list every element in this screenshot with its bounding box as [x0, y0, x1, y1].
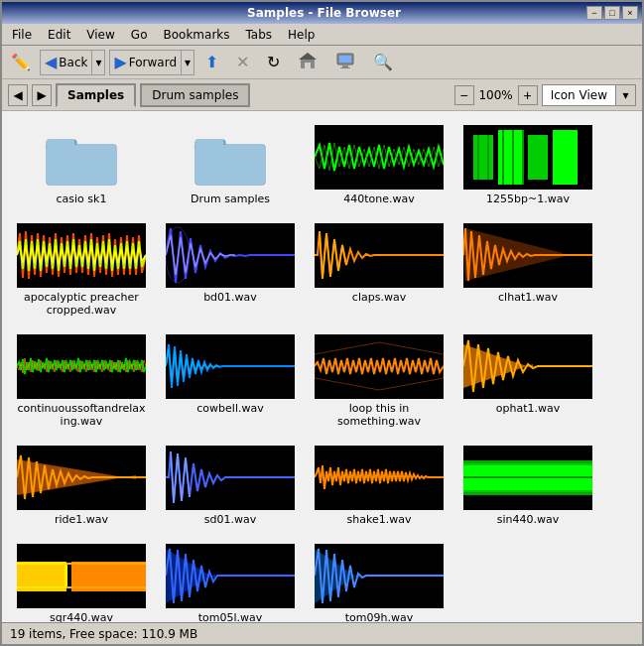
- waveform-thumb: [166, 334, 295, 399]
- home-button[interactable]: [291, 50, 324, 75]
- svg-rect-4: [339, 56, 351, 63]
- list-item[interactable]: casio sk1: [12, 121, 151, 209]
- file-name: ophat1.wav: [496, 402, 560, 415]
- svg-marker-1: [299, 53, 317, 60]
- refresh-button[interactable]: ↻: [260, 50, 287, 75]
- refresh-icon: ↻: [267, 53, 280, 71]
- list-item[interactable]: tom05l.wav: [161, 540, 300, 622]
- toolbar: ✏️ ◀ Back ▾ ▶ Forward ▾ ⬆ ✕ ↻: [2, 46, 642, 79]
- menu-view[interactable]: View: [80, 26, 120, 44]
- file-name: 440tone.wav: [343, 193, 415, 205]
- list-item[interactable]: clhat1.wav: [458, 219, 597, 321]
- svg-rect-17: [473, 135, 493, 180]
- list-item[interactable]: bd01.wav: [161, 219, 300, 321]
- file-name: ride1.wav: [55, 513, 108, 526]
- forward-dropdown[interactable]: ▾: [182, 50, 194, 75]
- list-item[interactable]: cowbell.wav: [161, 330, 300, 432]
- back-arrow-icon: ◀: [45, 53, 57, 71]
- list-item[interactable]: claps.wav: [310, 219, 449, 321]
- list-item[interactable]: Drum samples: [161, 121, 300, 209]
- file-name: Drum samples: [191, 193, 270, 205]
- file-name: continuoussoftandrelaxing.wav: [17, 402, 146, 428]
- view-dropdown[interactable]: Icon View ▾: [542, 84, 636, 106]
- zoom-in-button[interactable]: +: [518, 85, 538, 105]
- file-name: shake1.wav: [347, 513, 412, 526]
- waveform-thumb: [166, 544, 295, 608]
- svg-rect-19: [528, 135, 548, 180]
- list-item[interactable]: apocalyptic preacher cropped.wav: [12, 219, 151, 321]
- close-button[interactable]: ×: [622, 6, 638, 20]
- list-item[interactable]: 1255bp~1.wav: [458, 121, 597, 209]
- file-name: tom09h.wav: [345, 611, 413, 622]
- waveform-thumb: [315, 446, 444, 510]
- edit-button[interactable]: ✏️: [6, 50, 36, 75]
- menu-go[interactable]: Go: [125, 26, 154, 44]
- waveform-thumb: [17, 544, 146, 608]
- svg-rect-6: [340, 67, 350, 68]
- back-button[interactable]: ◀ Back: [40, 50, 92, 75]
- menu-bookmarks[interactable]: Bookmarks: [157, 26, 235, 44]
- file-name: claps.wav: [352, 291, 406, 304]
- maximize-button[interactable]: □: [604, 6, 620, 20]
- forward-button[interactable]: ▶ Forward: [109, 50, 182, 75]
- svg-rect-20: [553, 130, 578, 185]
- back-dropdown[interactable]: ▾: [92, 50, 105, 75]
- file-name: sqr440.wav: [50, 611, 113, 622]
- waveform-thumb: [166, 223, 295, 288]
- list-item[interactable]: ophat1.wav: [458, 330, 597, 432]
- view-dropdown-arrow[interactable]: ▾: [615, 85, 635, 105]
- list-item[interactable]: sin440.wav: [458, 442, 597, 530]
- search-icon: 🔍: [373, 53, 393, 71]
- computer-button[interactable]: [328, 50, 362, 75]
- search-button[interactable]: 🔍: [366, 50, 400, 75]
- edit-icon: ✏️: [11, 53, 31, 71]
- stop-button[interactable]: ✕: [229, 50, 256, 75]
- minimize-button[interactable]: −: [586, 6, 602, 20]
- waveform-thumb: [315, 334, 444, 399]
- waveform-thumb: [17, 446, 146, 510]
- menu-bar: File Edit View Go Bookmarks Tabs Help: [2, 24, 642, 46]
- waveform-thumb: [17, 334, 146, 399]
- waveform-thumb: [315, 544, 444, 608]
- menu-help[interactable]: Help: [282, 26, 321, 44]
- forward-button-group: ▶ Forward ▾: [109, 50, 194, 75]
- menu-edit[interactable]: Edit: [42, 26, 76, 44]
- file-area: casio sk1 Drum samples 440tone: [2, 111, 642, 622]
- list-item[interactable]: 440tone.wav: [310, 121, 449, 209]
- list-item[interactable]: shake1.wav: [310, 442, 449, 530]
- list-item[interactable]: loop this in something.wav: [310, 330, 449, 432]
- waveform-thumb: [463, 223, 592, 288]
- svg-rect-18: [498, 130, 523, 185]
- list-item[interactable]: ride1.wav: [12, 442, 151, 530]
- zoom-out-button[interactable]: −: [454, 85, 474, 105]
- waveform-thumb: [315, 223, 444, 288]
- status-bar: 19 items, Free space: 110.9 MB: [2, 622, 642, 644]
- tab-samples[interactable]: Samples: [56, 83, 136, 107]
- breadcrumb-prev[interactable]: ◀: [8, 84, 28, 106]
- waveform-thumb: [315, 125, 444, 190]
- breadcrumb-next[interactable]: ▶: [32, 84, 52, 106]
- svg-rect-47: [463, 492, 592, 495]
- list-item[interactable]: sqr440.wav: [12, 540, 151, 622]
- view-label: Icon View: [543, 88, 615, 102]
- file-name: casio sk1: [57, 193, 107, 205]
- forward-label: Forward: [129, 56, 177, 69]
- list-item[interactable]: continuoussoftandrelaxing.wav: [12, 330, 151, 432]
- computer-icon: [335, 51, 355, 73]
- waveform-thumb: [463, 334, 592, 399]
- home-icon: [298, 51, 318, 73]
- list-item[interactable]: tom09h.wav: [310, 540, 449, 622]
- back-button-group: ◀ Back ▾: [40, 50, 105, 75]
- svg-rect-10: [47, 139, 74, 147]
- up-button[interactable]: ⬆: [198, 50, 225, 75]
- menu-file[interactable]: File: [6, 26, 38, 44]
- menu-tabs[interactable]: Tabs: [240, 26, 279, 44]
- file-name: apocalyptic preacher cropped.wav: [17, 291, 146, 317]
- file-name: sin440.wav: [497, 513, 560, 526]
- waveform-thumb: [463, 446, 592, 510]
- list-item[interactable]: sd01.wav: [161, 442, 300, 530]
- svg-rect-14: [195, 139, 223, 147]
- title-bar: Samples - File Browser − □ ×: [2, 2, 642, 24]
- waveform-thumb: [166, 446, 295, 510]
- tab-drum-samples[interactable]: Drum samples: [140, 83, 250, 107]
